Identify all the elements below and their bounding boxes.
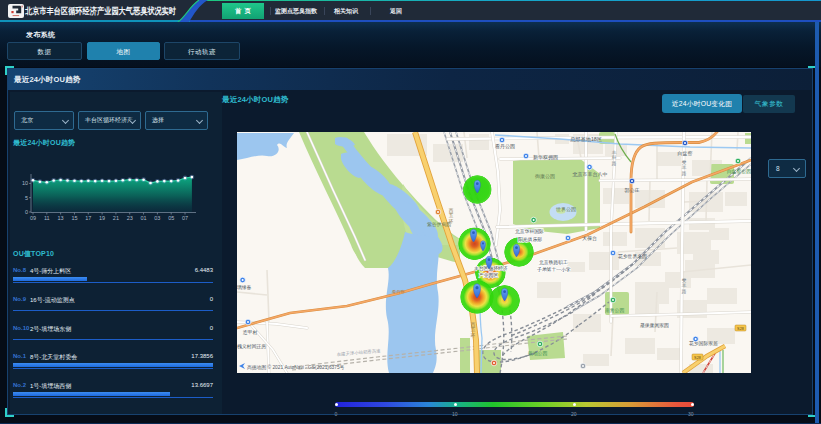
- svg-text:北京市丰台八中: 北京市丰台八中: [573, 171, 608, 178]
- svg-text:09: 09: [30, 215, 36, 221]
- svg-text:大葆台: 大葆台: [582, 235, 597, 241]
- svg-text:白盆窑: 白盆窑: [678, 150, 693, 157]
- svg-text:23: 23: [127, 215, 133, 221]
- svg-text:五: 五: [471, 327, 476, 332]
- svg-text:环: 环: [448, 219, 454, 224]
- svg-text:S28: S28: [694, 356, 701, 360]
- svg-text:03: 03: [154, 215, 160, 221]
- svg-text:北京华科国际: 北京华科国际: [515, 228, 544, 235]
- svg-text:璃缘春: 璃缘春: [237, 284, 252, 291]
- svg-text:07: 07: [182, 215, 188, 221]
- svg-text:环: 环: [470, 333, 476, 338]
- svg-text:子弟第十一小学: 子弟第十一小学: [537, 266, 571, 273]
- svg-text:21: 21: [113, 215, 119, 221]
- svg-text:樊: 樊: [682, 160, 687, 165]
- svg-text:路: 路: [682, 171, 687, 176]
- svg-text:看丹公园: 看丹公园: [495, 143, 515, 150]
- svg-text:05: 05: [168, 215, 174, 221]
- svg-text:11: 11: [44, 215, 50, 221]
- svg-text:产业园区: 产业园区: [479, 272, 498, 278]
- svg-text:槐义村回迁房: 槐义村回迁房: [237, 343, 266, 350]
- svg-text:路: 路: [612, 161, 617, 166]
- svg-text:郭公庄: 郭公庄: [625, 187, 640, 194]
- svg-text:银地公园: 银地公园: [528, 350, 547, 356]
- svg-text:看丹路: 看丹路: [392, 289, 405, 294]
- svg-text:15: 15: [71, 215, 77, 221]
- svg-text:丰: 丰: [612, 150, 617, 155]
- svg-text:花乡世界名园: 花乡世界名园: [618, 253, 647, 260]
- svg-text:科: 科: [612, 155, 617, 160]
- svg-text:19: 19: [99, 215, 105, 221]
- svg-text:5: 5: [25, 195, 28, 201]
- svg-text:总部基地18区: 总部基地18区: [569, 136, 602, 143]
- svg-text:五: 五: [449, 213, 454, 218]
- svg-text:高德地图 © 2021 AutoNavi - GS(2021: 高德地图 © 2021 AutoNavi - GS(2021)6375号: [247, 364, 345, 371]
- svg-text:御康公园: 御康公园: [535, 173, 555, 180]
- svg-text:世界公园: 世界公园: [555, 206, 576, 213]
- svg-text:南青公园: 南青公园: [605, 308, 624, 313]
- svg-text:01: 01: [140, 215, 146, 221]
- svg-text:17: 17: [85, 215, 91, 221]
- svg-text:路: 路: [682, 289, 687, 294]
- svg-text:13: 13: [58, 215, 64, 221]
- svg-text:0: 0: [25, 209, 28, 215]
- svg-text:晟倮康闲家园: 晟倮康闲家园: [640, 322, 669, 329]
- svg-text:阳光俱乐部: 阳光俱乐部: [518, 236, 542, 243]
- svg-text:羊: 羊: [682, 283, 687, 288]
- svg-text:北京铁路职工: 北京铁路职工: [539, 259, 568, 266]
- svg-text:白盆窑公园: 白盆窑公园: [727, 168, 751, 174]
- svg-text:羊: 羊: [682, 165, 687, 170]
- svg-text:10: 10: [22, 180, 28, 186]
- svg-text:S28: S28: [737, 327, 744, 331]
- svg-text:新华双拥园: 新华双拥园: [533, 154, 558, 161]
- svg-text:樊: 樊: [682, 278, 687, 283]
